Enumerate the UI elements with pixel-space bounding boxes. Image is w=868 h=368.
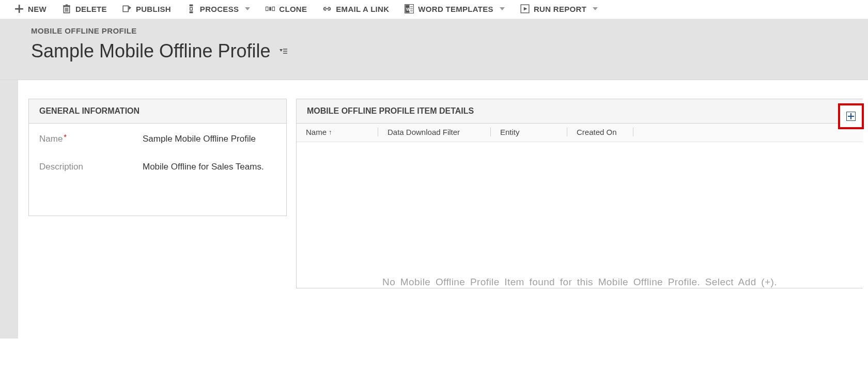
field-name: Name* Sample Mobile Offline Profile: [39, 134, 277, 144]
new-label: NEW: [28, 5, 47, 13]
record-title: Sample Mobile Offline Profile: [31, 40, 271, 62]
svg-rect-11: [190, 7, 193, 10]
process-icon: [187, 4, 196, 13]
sort-asc-icon: ↑: [329, 128, 332, 136]
publish-label: PUBLISH: [136, 5, 171, 13]
entity-label: MOBILE OFFLINE PROFILE: [31, 26, 868, 35]
profile-item-details-title: MOBILE OFFLINE PROFILE ITEM DETAILS: [307, 106, 474, 116]
column-created-on[interactable]: Created On: [577, 128, 633, 136]
name-label-text: Name: [39, 134, 63, 144]
process-button[interactable]: PROCESS: [187, 4, 250, 13]
svg-marker-24: [280, 49, 283, 52]
svg-rect-9: [189, 5, 193, 6]
form-body: GENERAL INFORMATION Name* Sample Mobile …: [0, 80, 868, 339]
trash-icon: [62, 4, 71, 13]
run-report-label: RUN REPORT: [534, 5, 586, 13]
publish-button[interactable]: PUBLISH: [122, 4, 171, 13]
plus-icon: [846, 112, 856, 121]
record-header: MOBILE OFFLINE PROFILE Sample Mobile Off…: [0, 19, 868, 80]
word-templates-button[interactable]: W WORD TEMPLATES: [405, 4, 505, 13]
general-information-header: GENERAL INFORMATION: [29, 99, 286, 124]
email-link-label: EMAIL A LINK: [336, 5, 389, 13]
command-bar: NEW DELETE PUBLISH PROCESS: [0, 0, 868, 19]
required-star-icon: *: [64, 132, 67, 141]
form-selector[interactable]: [278, 48, 287, 55]
svg-rect-1: [15, 8, 23, 10]
name-label: Name*: [39, 134, 143, 144]
grid-header: Name ↑ Data Download Filter Entity Creat…: [297, 124, 863, 142]
column-name-label: Name: [306, 128, 327, 136]
svg-rect-12: [266, 7, 269, 10]
profile-item-details-panel: MOBILE OFFLINE PROFILE ITEM DETAILS Name…: [296, 99, 863, 288]
word-icon: W: [405, 4, 414, 13]
form-selector-icon: [278, 48, 287, 55]
add-item-button[interactable]: [838, 103, 864, 129]
publish-icon: [122, 4, 132, 13]
general-information-panel: GENERAL INFORMATION Name* Sample Mobile …: [28, 99, 287, 216]
delete-label: DELETE: [75, 5, 107, 13]
svg-text:W: W: [406, 7, 411, 12]
report-icon: [520, 4, 530, 13]
link-icon: [322, 4, 332, 13]
grid-empty-message: No Mobile Offline Profile Item found for…: [297, 142, 863, 288]
svg-rect-8: [123, 6, 128, 11]
svg-rect-13: [272, 7, 275, 10]
column-entity[interactable]: Entity: [500, 128, 567, 136]
svg-rect-15: [326, 8, 329, 9]
word-templates-label: WORD TEMPLATES: [418, 5, 493, 13]
new-button[interactable]: NEW: [14, 4, 47, 13]
caret-down-icon: [500, 7, 505, 10]
profile-item-details-header: MOBILE OFFLINE PROFILE ITEM DETAILS: [297, 99, 863, 124]
description-label: Description: [39, 162, 143, 172]
column-data-download-filter[interactable]: Data Download Filter: [388, 128, 491, 136]
delete-button[interactable]: DELETE: [62, 4, 107, 13]
svg-rect-4: [66, 5, 68, 6]
svg-rect-10: [189, 11, 193, 13]
field-description: Description Mobile Offline for Sales Tea…: [39, 162, 277, 172]
caret-down-icon: [245, 7, 250, 10]
process-label: PROCESS: [200, 5, 239, 13]
svg-rect-3: [63, 5, 70, 6]
caret-down-icon: [593, 7, 598, 10]
clone-icon: [266, 4, 275, 13]
email-link-button[interactable]: EMAIL A LINK: [322, 4, 389, 13]
run-report-button[interactable]: RUN REPORT: [520, 4, 598, 13]
clone-label: CLONE: [279, 5, 307, 13]
svg-rect-14: [269, 7, 271, 10]
column-name[interactable]: Name ↑: [306, 128, 378, 136]
plus-icon: [14, 4, 24, 13]
clone-button[interactable]: CLONE: [266, 4, 307, 13]
description-value[interactable]: Mobile Offline for Sales Teams.: [143, 162, 264, 172]
name-value[interactable]: Sample Mobile Offline Profile: [143, 134, 256, 144]
